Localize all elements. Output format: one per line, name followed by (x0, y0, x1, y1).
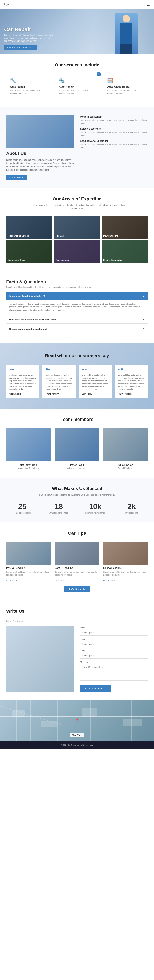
expertise-label-3: Suspension Repair (8, 259, 27, 261)
footer-text: © 2024 Car Repair. All rights reserved. (61, 744, 93, 746)
message-label: Message (80, 661, 148, 663)
tip-card-0: Post & Headline Sample small text Lorem … (6, 542, 51, 582)
service-card-2: 🪟 Auto Glass Repair Sample click. Click … (103, 74, 148, 99)
about-right: Modern Workshop Sample click. Click to s… (80, 115, 148, 180)
expertise-overlay-3: Suspension Repair (6, 240, 52, 263)
hero-mechanic-image (115, 13, 138, 54)
tips-grid: Post & Headline Sample small text Lorem … (6, 542, 148, 582)
tip-link-0[interactable]: READ MORE (6, 579, 18, 581)
feature-text-1: Sample click. Click to select the Text E… (80, 131, 148, 137)
name-input[interactable] (80, 630, 148, 636)
testimonial-text-3: Proin sed libero enim sed. At consectetu… (118, 374, 144, 391)
stat-number-1: 18 (43, 502, 75, 511)
write-us-layout: Name Email Phone Message SEND A MESSAGE (6, 627, 148, 692)
feature-text-2: Sample click. Click to select the Text E… (80, 143, 148, 149)
hero-content: Car Repair Duis aute irure dolor in repr… (4, 26, 56, 50)
stat-number-0: 25 (6, 502, 39, 511)
tip-title-1: Post 5 Headline (55, 567, 99, 570)
about-learn-button[interactable]: LEARN MORE (6, 175, 27, 180)
faq-question-0[interactable]: Separation Repair through the ?? ▲ (6, 293, 148, 300)
services-section: Our services include 🔧 Auto Repair Sampl… (0, 54, 154, 107)
stat-label-1: Amazing employees (43, 512, 75, 514)
tips-center: LEARN MORE (6, 586, 148, 592)
email-label: Email (80, 638, 148, 640)
feature-title-0: Modern Workshop (80, 115, 148, 118)
faq-item-2: Compensation from the workshop? ▼ (6, 325, 148, 333)
about-feature-0: Modern Workshop Sample click. Click to s… (80, 115, 148, 124)
submit-button[interactable]: SEND A MESSAGE (80, 686, 111, 692)
mechanic-head (122, 15, 130, 22)
expertise-card-3: Suspension Repair (6, 240, 52, 263)
special-description: Sample text. Click to select the Text El… (26, 493, 129, 496)
team-name-1: Peter Paoli (55, 463, 99, 466)
services-title: Our services include (6, 62, 148, 68)
about-title: About Us (6, 151, 74, 156)
stat-1: 18 Amazing employees (43, 502, 75, 514)
testimonial-card-1: ❝❝ Proin sed libero enim sed. At consect… (42, 364, 75, 398)
message-group: Message (80, 661, 148, 681)
hero-section: Car Repair Duis aute irure dolor in repr… (0, 9, 154, 54)
testimonial-name-3: Harry Hudson (118, 393, 144, 395)
stat-number-2: 10k (79, 502, 111, 511)
hamburger-icon[interactable]: ☰ (147, 2, 150, 6)
faq-answer-0: Answer: Lorem ipsum dolor sit amet, cons… (6, 300, 148, 314)
expertise-title: Our Areas of Expertise (6, 196, 148, 202)
hero-title: Car Repair (4, 26, 56, 33)
service-text-0: Sample click. Click to select the Text E… (10, 89, 47, 95)
faq-chevron-1: ▼ (143, 318, 145, 321)
team-role-2: Diesel Mechanic (103, 467, 148, 469)
service-icon-0: 🔧 (10, 78, 47, 83)
faq-subtitle: Sample text. Click to select the Text El… (6, 286, 148, 288)
tip-card-1: Post 5 Headline Sample small text Lorem … (55, 542, 99, 582)
tips-section: Car Tips Post & Headline Sample small te… (0, 522, 154, 600)
tip-card-2: Post 4 Headline Sample small text Lorem … (103, 542, 148, 582)
hero-cta-button[interactable]: MAKE A CAR INSPECTION (4, 45, 37, 50)
expertise-overlay-0: Filter Change Service (6, 216, 52, 239)
testimonial-card-2: ❝❝ Proin sed libero enim sed. At consect… (79, 364, 112, 398)
expertise-card-2: Power Steering (102, 216, 148, 239)
message-textarea[interactable] (80, 664, 148, 681)
testimonial-name-1: Frank Kinney (46, 393, 72, 395)
service-title-2: Auto Glass Repair (107, 85, 144, 88)
special-section: What Makes Us Special Sample text. Click… (0, 478, 154, 522)
write-us-form: Name Email Phone Message SEND A MESSAGE (80, 627, 148, 692)
tip-image-2 (103, 542, 148, 565)
name-label: Name (80, 627, 148, 629)
services-grid: 🔧 Auto Repair Sample click. Click to sel… (6, 74, 148, 99)
expertise-description: Lorem ipsum dolor sit amet, consectetur … (26, 204, 129, 210)
expertise-label-4: Transmission (56, 259, 69, 261)
tip-link-1[interactable]: READ MORE (55, 579, 67, 581)
svg-rect-7 (41, 721, 57, 727)
testimonial-quote-1: ❝❝ (46, 368, 72, 372)
faq-question-2[interactable]: Compensation from the workshop? ▼ (6, 325, 148, 333)
tips-title: Car Tips (6, 530, 148, 536)
tip-title-0: Post & Headline (6, 567, 51, 570)
faq-question-text-1: How does the modification of ABSarts wor… (9, 318, 57, 321)
faq-chevron-2: ▼ (143, 328, 145, 330)
team-photo-2 (103, 428, 148, 461)
tips-learn-button[interactable]: LEARN MORE (64, 586, 90, 592)
email-input[interactable] (80, 641, 148, 647)
expertise-label-2: Power Steering (103, 235, 118, 237)
feature-title-2: Leading Auto Specialist (80, 140, 148, 142)
expertise-card-1: Tire Care (54, 216, 100, 239)
faq-section: Facts & Questions Sample text. Click to … (0, 271, 154, 343)
expertise-card-4: Transmission (54, 240, 100, 263)
expertise-overlay-2: Power Steering (102, 216, 148, 239)
team-role-0: Automotive Technician (6, 467, 51, 469)
faq-item-1: How does the modification of ABSarts wor… (6, 316, 148, 323)
tip-link-2[interactable]: READ MORE (103, 579, 115, 581)
team-title: Team members (6, 417, 148, 422)
mechanic-legs (120, 44, 132, 54)
about-description: Lorem ipsum dolor sit amet, consectetur … (6, 159, 74, 172)
phone-input[interactable] (80, 652, 148, 659)
service-icon-1: 🔩 (59, 78, 95, 83)
faq-question-1[interactable]: How does the modification of ABSarts wor… (6, 316, 148, 323)
expertise-card-0: Filter Change Service (6, 216, 52, 239)
testimonial-name-2: Sam Perry (82, 393, 108, 395)
team-photo-0 (6, 428, 51, 461)
service-card-0: 🔧 Auto Repair Sample click. Click to sel… (6, 74, 51, 99)
testimonial-text-2: Proin sed libero enim sed. At consectetu… (82, 374, 108, 391)
email-group: Email (80, 638, 148, 647)
tip-image-1 (55, 542, 99, 565)
